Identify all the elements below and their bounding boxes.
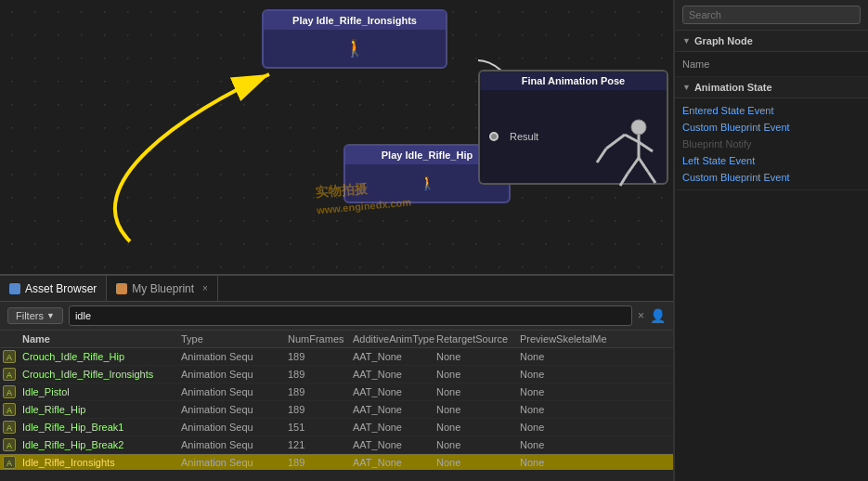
col-header-icon: [0, 333, 19, 344]
table-row[interactable]: A Idle_Rifle_Hip Animation Sequ 189 AAT_…: [0, 401, 673, 419]
col-header-additive[interactable]: AdditiveAnimType: [353, 333, 436, 344]
tab-my-blueprint-close[interactable]: ×: [202, 283, 208, 293]
prop-row-entered-state: Entered State Event: [682, 102, 861, 119]
asset-icon: A: [0, 438, 19, 451]
section-animation-state-content: Entered State Event Custom Blueprint Eve…: [675, 98, 868, 190]
table-row[interactable]: A Idle_Rifle_Ironsights Animation Sequ 1…: [0, 454, 673, 470]
asset-frames: 121: [288, 439, 353, 450]
asset-type: Animation Sequ: [181, 386, 288, 397]
asset-retarget: None: [436, 422, 520, 433]
asset-type: Animation Sequ: [181, 457, 288, 468]
section-graph-node-content: Name: [675, 52, 868, 77]
asset-name: Idle_Rifle_Hip_Break2: [19, 439, 181, 450]
table-row[interactable]: A Crouch_Idle_Rifle_Hip Animation Sequ 1…: [0, 348, 673, 366]
table-row[interactable]: A Idle_Rifle_Hip_Break2 Animation Sequ 1…: [0, 436, 673, 454]
asset-preview: None: [520, 457, 613, 468]
asset-preview: None: [520, 386, 613, 397]
robot-figure: [592, 116, 662, 195]
asset-icon: A: [0, 385, 19, 398]
bottom-panel: Asset Browser My Blueprint × Filters ▼ ×…: [0, 274, 673, 481]
section-header-animation-state[interactable]: ▼ Animation State: [675, 77, 868, 98]
col-header-type[interactable]: Type: [181, 333, 288, 344]
col-header-numframes[interactable]: NumFrames: [288, 333, 353, 344]
animation-state-chevron-icon: ▼: [682, 83, 691, 92]
asset-icon: A: [0, 456, 19, 469]
svg-line-6: [628, 158, 639, 174]
asset-name: Idle_Pistol: [19, 386, 181, 397]
prop-row-blueprint-notify: Blueprint Notify: [682, 136, 861, 152]
col-header-retarget[interactable]: RetargetSource: [436, 333, 520, 344]
asset-type: Animation Sequ: [181, 422, 288, 433]
right-search-input[interactable]: [682, 6, 861, 24]
right-search-container: [675, 0, 868, 31]
asset-additive: AAT_None: [353, 404, 436, 415]
asset-retarget: None: [436, 404, 520, 415]
prop-row-name: Name: [682, 56, 861, 72]
asset-icon: A: [0, 403, 19, 416]
asset-additive: AAT_None: [353, 422, 436, 433]
node-play-idle-rifle-ironsights[interactable]: Play Idle_Rifle_Ironsights 🚶: [262, 9, 447, 69]
prop-row-left-state: Left State Event: [682, 152, 861, 169]
asset-name: Idle_Rifle_Hip: [19, 404, 181, 415]
asset-icon: A: [0, 368, 19, 381]
section-animation-state-label: Animation State: [694, 82, 772, 93]
asset-frames: 151: [288, 422, 353, 433]
search-user-icon: 👤: [650, 308, 666, 323]
svg-line-5: [639, 142, 653, 151]
asset-additive: AAT_None: [353, 439, 436, 450]
left-state-event-link[interactable]: Left State Event: [682, 155, 861, 166]
table-row[interactable]: A Crouch_Idle_Rifle_Ironsights Animation…: [0, 366, 673, 384]
filter-bar: Filters ▼ × 👤: [0, 302, 673, 331]
prop-row-custom-blueprint-2: Custom Blueprint Event: [682, 169, 861, 186]
asset-preview: None: [520, 404, 613, 415]
blueprint-notify-grayed: Blueprint Notify: [682, 138, 861, 150]
prop-name-label: Name: [682, 58, 861, 70]
tab-my-blueprint[interactable]: My Blueprint ×: [107, 276, 218, 301]
section-graph-node-label: Graph Node: [694, 35, 753, 46]
asset-icon-img: A: [3, 368, 16, 381]
col-header-preview[interactable]: PreviewSkeletalMe: [520, 333, 613, 344]
canvas-area[interactable]: Play Idle_Rifle_Ironsights 🚶 Play Idle_R…: [0, 0, 673, 274]
filters-button[interactable]: Filters ▼: [7, 307, 63, 324]
svg-line-8: [620, 174, 628, 186]
entered-state-event-link[interactable]: Entered State Event: [682, 105, 861, 116]
right-panel: ▼ Graph Node Name ▼ Animation State Ente…: [673, 0, 868, 481]
asset-type: Animation Sequ: [181, 351, 288, 362]
tab-asset-browser[interactable]: Asset Browser: [0, 276, 107, 301]
asset-icon-img: A: [3, 350, 16, 363]
section-header-graph-node[interactable]: ▼ Graph Node: [675, 31, 868, 52]
svg-line-10: [606, 135, 625, 149]
asset-browser-tab-icon: [9, 283, 20, 294]
search-clear-button[interactable]: ×: [638, 309, 644, 322]
asset-retarget: None: [436, 439, 520, 450]
asset-frames: 189: [288, 404, 353, 415]
svg-point-2: [631, 120, 646, 135]
svg-line-4: [625, 135, 639, 142]
search-input[interactable]: [69, 306, 632, 326]
node-body-ironsights: 🚶: [264, 30, 446, 67]
node-final-animation-pose[interactable]: Final Animation Pose Result: [478, 70, 668, 185]
tab-bar: Asset Browser My Blueprint ×: [0, 276, 673, 302]
asset-additive: AAT_None: [353, 369, 436, 380]
prop-row-custom-blueprint-1: Custom Blueprint Event: [682, 119, 861, 136]
asset-additive: AAT_None: [353, 457, 436, 468]
custom-blueprint-event-link-1[interactable]: Custom Blueprint Event: [682, 122, 861, 133]
asset-icon: A: [0, 421, 19, 434]
asset-name: Crouch_Idle_Rifle_Ironsights: [19, 369, 181, 380]
asset-retarget: None: [436, 351, 520, 362]
asset-preview: None: [520, 422, 613, 433]
asset-additive: AAT_None: [353, 351, 436, 362]
person-icon-ironsights: 🚶: [344, 38, 365, 58]
table-row[interactable]: A Idle_Pistol Animation Sequ 189 AAT_Non…: [0, 384, 673, 401]
col-header-name[interactable]: Name: [19, 333, 181, 344]
custom-blueprint-event-link-2[interactable]: Custom Blueprint Event: [682, 172, 861, 183]
table-row[interactable]: A Idle_Rifle_Hip_Break1 Animation Sequ 1…: [0, 419, 673, 436]
asset-icon-img: A: [3, 438, 16, 451]
graph-node-chevron-icon: ▼: [682, 36, 691, 46]
person-icon-hip: 🚶: [420, 176, 435, 190]
asset-frames: 189: [288, 457, 353, 468]
asset-name: Idle_Rifle_Ironsights: [19, 457, 181, 468]
asset-type: Animation Sequ: [181, 439, 288, 450]
asset-name: Crouch_Idle_Rifle_Hip: [19, 351, 181, 362]
svg-line-11: [597, 149, 606, 162]
